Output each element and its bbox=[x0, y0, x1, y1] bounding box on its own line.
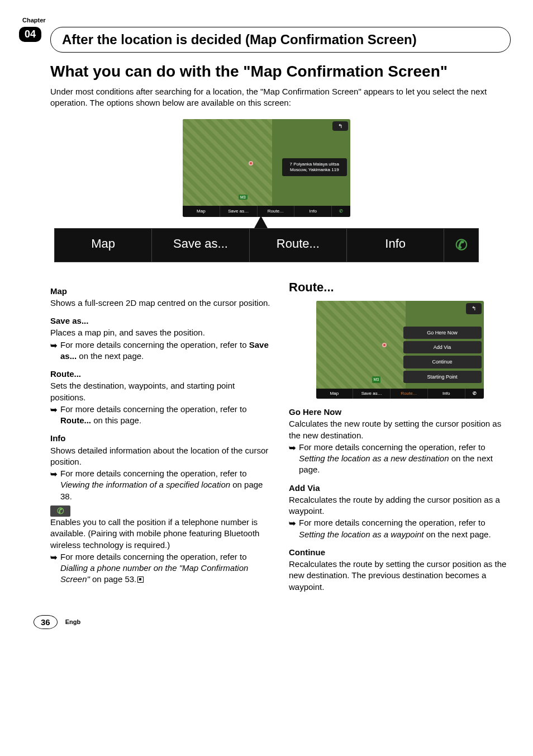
go-here-now-heading: Go Here Now bbox=[289, 407, 511, 418]
addvia-bullet-text: For more details concerning the operatio… bbox=[299, 517, 511, 540]
screenshot-saveas-button: Save as… bbox=[220, 206, 258, 217]
route-button[interactable]: Route... bbox=[250, 229, 347, 262]
screenshot2-route-button: Route… bbox=[391, 389, 428, 399]
info-heading: Info bbox=[50, 433, 272, 444]
continue-heading: Continue bbox=[289, 547, 511, 558]
bullet-arrow-icon bbox=[50, 404, 60, 415]
phone-bullet-italic: Dialling a phone number on the "Map Conf… bbox=[60, 563, 248, 584]
screenshot2-saveas-button: Save as… bbox=[353, 389, 391, 399]
route-heading: Route... bbox=[50, 368, 272, 380]
phone-bullet-lead: For more details concerning the operatio… bbox=[60, 552, 247, 561]
screenshot2-bottom-bar: Map Save as… Route… Info ✆ bbox=[316, 389, 484, 399]
phone-icon-heading: ✆ bbox=[50, 505, 70, 517]
menu-item-starting-point: Starting Point bbox=[403, 371, 482, 383]
end-section-icon bbox=[137, 577, 144, 583]
intro-text: Under most conditions after searching fo… bbox=[50, 86, 511, 109]
back-icon: ↰ bbox=[466, 303, 482, 314]
saveas-bullet-lead: For more details concerning the operatio… bbox=[60, 340, 249, 349]
route-bullet-text: For more details concerning the operatio… bbox=[60, 404, 272, 427]
addvia-bullet-trail: on the next page. bbox=[423, 530, 491, 539]
phone-bullet-text: For more details concerning the operatio… bbox=[60, 551, 272, 585]
route-description: Sets the destination, waypoints, and sta… bbox=[50, 380, 272, 403]
page-number: 36 bbox=[34, 615, 58, 629]
bullet-arrow-icon bbox=[289, 518, 299, 529]
page-footer: 36 Engb bbox=[34, 615, 511, 629]
menu-item-go-here-now: Go Here Now bbox=[403, 327, 482, 339]
screenshot-route-button: Route… bbox=[258, 206, 295, 217]
bullet-arrow-icon bbox=[50, 340, 60, 351]
route-bullet-lead: For more details concerning the operatio… bbox=[60, 404, 247, 414]
add-via-description: Recalculates the route by adding the cur… bbox=[289, 494, 511, 517]
go-bullet: For more details concerning the operatio… bbox=[289, 442, 511, 476]
screenshot-area: ↰ M3 7 Polyanka Malaya ulitsa Moscow, Ya… bbox=[22, 119, 511, 262]
bullet-arrow-icon bbox=[50, 552, 60, 563]
go-bullet-italic: Setting the location as a new destinatio… bbox=[299, 453, 449, 463]
screenshot2-info-button: Info bbox=[428, 389, 465, 399]
left-column: Map Shows a full-screen 2D map centred o… bbox=[50, 279, 272, 593]
saveas-bullet-trail: on the next page. bbox=[77, 351, 144, 361]
info-bullet: For more details concerning the operatio… bbox=[50, 468, 272, 502]
addvia-bullet-lead: For more details concerning the operatio… bbox=[299, 518, 486, 527]
menu-item-add-via: Add Via bbox=[403, 341, 482, 353]
phone-bullet: For more details concerning the operatio… bbox=[50, 551, 272, 585]
go-bullet-lead: For more details concerning the operatio… bbox=[299, 442, 486, 452]
screenshot2-map-button: Map bbox=[316, 389, 354, 399]
map-confirmation-screenshot: ↰ M3 7 Polyanka Malaya ulitsa Moscow, Ya… bbox=[183, 119, 350, 217]
language-label: Engb bbox=[65, 618, 81, 625]
saveas-bullet-text: For more details concerning the operatio… bbox=[60, 339, 272, 362]
back-icon: ↰ bbox=[332, 121, 348, 131]
phone-description: Enables you to call the position if a te… bbox=[50, 517, 272, 551]
pointer-arrow-icon bbox=[254, 216, 268, 228]
enlarged-button-row: Map Save as... Route... Info ✆ bbox=[54, 228, 479, 262]
right-column: Route... ↰ M3 Go Here Now Add Via Contin… bbox=[289, 279, 511, 593]
route-bullet-bold: Route... bbox=[60, 415, 91, 425]
save-as-button[interactable]: Save as... bbox=[152, 229, 249, 262]
route-menu-screenshot: ↰ M3 Go Here Now Add Via Continue Starti… bbox=[316, 301, 484, 399]
info-bullet-text: For more details concerning the operatio… bbox=[60, 468, 272, 502]
phone-bullet-trail: on page 53. bbox=[90, 574, 136, 584]
saveas-bullet: For more details concerning the operatio… bbox=[50, 339, 272, 362]
add-via-heading: Add Via bbox=[289, 483, 511, 494]
addvia-bullet: For more details concerning the operatio… bbox=[289, 517, 511, 540]
info-button[interactable]: Info bbox=[347, 229, 444, 262]
info-bullet-lead: For more details concerning the operatio… bbox=[60, 469, 247, 478]
map-description: Shows a full-screen 2D map centred on th… bbox=[50, 297, 272, 309]
screenshot-map-button: Map bbox=[183, 206, 220, 217]
route-bullet-trail: on this page. bbox=[91, 415, 141, 425]
saveas-heading: Save as... bbox=[50, 315, 272, 327]
route-section-title: Route... bbox=[289, 279, 511, 296]
address-line-1: 7 Polyanka Malaya ulitsa bbox=[290, 162, 340, 167]
chapter-number-badge: 04 bbox=[19, 27, 41, 42]
bullet-arrow-icon bbox=[50, 469, 60, 480]
info-description: Shows detailed information about the loc… bbox=[50, 445, 272, 468]
phone-button[interactable]: ✆ bbox=[444, 229, 478, 262]
road-badge-m3: M3 bbox=[372, 376, 381, 382]
map-pin-icon bbox=[249, 161, 253, 166]
map-pin-icon bbox=[382, 343, 387, 347]
address-info-box: 7 Polyanka Malaya ulitsa Moscow, Yakiman… bbox=[282, 158, 348, 177]
chapter-label: Chapter bbox=[22, 17, 46, 23]
bullet-arrow-icon bbox=[289, 442, 299, 453]
route-popup-menu: Go Here Now Add Via Continue Starting Po… bbox=[403, 327, 482, 385]
section-header-box: After the location is decided (Map Confi… bbox=[50, 27, 511, 53]
route-bullet: For more details concerning the operatio… bbox=[50, 404, 272, 427]
map-background bbox=[183, 119, 272, 209]
map-background bbox=[316, 301, 406, 390]
screenshot-bottom-bar: Map Save as… Route… Info ✆ bbox=[183, 206, 350, 217]
main-title: What you can do with the "Map Confirmati… bbox=[50, 63, 511, 81]
map-button[interactable]: Map bbox=[55, 229, 152, 262]
road-badge-m3: M3 bbox=[239, 195, 248, 200]
address-line-2: Moscow, Yakimanka 119 bbox=[290, 167, 340, 173]
addvia-bullet-italic: Setting the location as a waypoint bbox=[299, 530, 423, 539]
screenshot-info-button: Info bbox=[294, 206, 332, 217]
continue-description: Recalculates the route by setting the cu… bbox=[289, 559, 511, 593]
saveas-description: Places a map pin, and saves the position… bbox=[50, 327, 272, 338]
map-heading: Map bbox=[50, 286, 272, 297]
go-here-now-description: Calculates the new route by setting the … bbox=[289, 418, 511, 441]
screenshot-phone-button: ✆ bbox=[332, 206, 350, 217]
menu-item-continue: Continue bbox=[403, 356, 482, 368]
screenshot2-phone-button: ✆ bbox=[465, 389, 484, 399]
go-bullet-text: For more details concerning the operatio… bbox=[299, 442, 511, 476]
section-header-title: After the location is decided (Map Confi… bbox=[62, 32, 499, 48]
info-bullet-italic: Viewing the information of a specified l… bbox=[60, 480, 230, 489]
